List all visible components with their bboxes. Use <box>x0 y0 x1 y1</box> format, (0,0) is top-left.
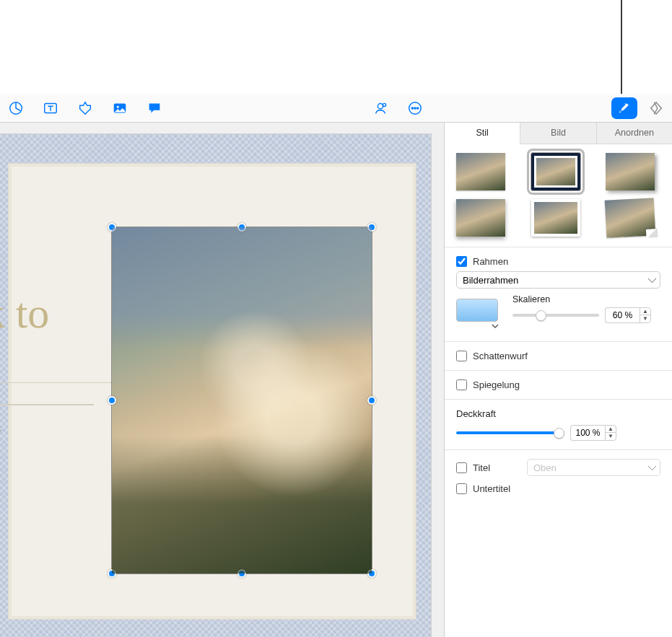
pie-chart-icon[interactable] <box>7 100 25 117</box>
title-checkbox-input[interactable] <box>456 462 467 473</box>
style-preset-grid <box>445 144 672 247</box>
scale-label: Skalieren <box>512 294 660 304</box>
svg-point-4 <box>378 103 383 108</box>
title-checkbox-label: Titel <box>473 462 490 473</box>
tab-arrange[interactable]: Anordnen <box>597 123 672 144</box>
scale-slider[interactable] <box>512 314 599 317</box>
scale-stepper[interactable]: ▲▼ <box>605 307 651 323</box>
shape-icon[interactable] <box>77 100 94 117</box>
placeholder-subheading[interactable]: edit <box>0 404 94 447</box>
border-type-popup[interactable]: Bilderrahmen <box>456 271 660 289</box>
resize-handle-bm[interactable] <box>237 569 246 578</box>
resize-handle-br[interactable] <box>367 569 376 578</box>
opacity-label: Deckkraft <box>456 408 660 419</box>
text-box-icon[interactable] <box>42 100 59 117</box>
slide-canvas[interactable]: ck to edit <box>0 123 445 637</box>
selected-image[interactable] <box>112 227 372 574</box>
svg-point-8 <box>414 107 416 108</box>
border-checkbox-input[interactable] <box>456 256 467 267</box>
subtitle-checkbox[interactable]: Untertitel <box>456 483 510 494</box>
opacity-value-field[interactable] <box>570 425 605 441</box>
scale-value-field[interactable] <box>605 307 640 323</box>
collaborate-icon[interactable] <box>372 100 389 117</box>
tab-image[interactable]: Bild <box>520 123 596 144</box>
subtitle-checkbox-label: Untertitel <box>473 483 510 494</box>
opacity-slider[interactable] <box>456 431 564 434</box>
svg-point-3 <box>117 105 119 107</box>
section-opacity: Deckkraft ▲▼ <box>445 399 672 449</box>
stepper-down[interactable]: ▼ <box>606 433 616 440</box>
toolbar <box>0 94 672 123</box>
stepper-up[interactable]: ▲ <box>640 308 650 315</box>
tab-style[interactable]: Stil <box>445 123 520 144</box>
svg-point-9 <box>417 107 419 108</box>
border-color-well[interactable] <box>456 299 498 322</box>
comment-icon[interactable] <box>146 100 163 117</box>
stepper-up[interactable]: ▲ <box>606 426 616 433</box>
format-icon[interactable] <box>611 97 637 119</box>
svg-point-7 <box>411 107 413 108</box>
inspector-tabs: Stil Bild Anordnen <box>445 123 672 144</box>
style-preset-3[interactable] <box>606 153 655 190</box>
resize-handle-tm[interactable] <box>237 223 246 232</box>
title-checkbox[interactable]: Titel <box>456 462 521 473</box>
reflection-checkbox[interactable]: Spiegelung <box>456 379 660 390</box>
section-shadow: Schattenwurf <box>445 341 672 370</box>
stepper-down[interactable]: ▼ <box>640 315 650 322</box>
animate-icon[interactable] <box>647 100 665 117</box>
reflection-checkbox-input[interactable] <box>456 379 467 390</box>
style-preset-5[interactable] <box>531 199 580 237</box>
section-title: Titel Oben Untertitel <box>445 449 672 503</box>
border-checkbox-label: Rahmen <box>473 256 508 267</box>
style-preset-4[interactable] <box>456 199 505 237</box>
shadow-checkbox-input[interactable] <box>456 351 467 361</box>
subtitle-checkbox-input[interactable] <box>456 483 467 494</box>
shadow-checkbox[interactable]: Schattenwurf <box>456 351 660 361</box>
resize-handle-mr[interactable] <box>367 396 376 405</box>
shadow-checkbox-label: Schattenwurf <box>473 351 528 361</box>
callout-line <box>621 0 622 94</box>
chevron-down-icon[interactable] <box>491 322 499 330</box>
format-inspector: Stil Bild Anordnen Rahmen Bilderrahmen <box>445 123 672 637</box>
resize-handle-tr[interactable] <box>367 223 376 232</box>
style-preset-1[interactable] <box>456 153 505 190</box>
style-preset-6[interactable] <box>605 198 656 237</box>
resize-handle-ml[interactable] <box>108 396 116 405</box>
divider-line <box>0 382 123 383</box>
placeholder-heading[interactable]: ck to <box>0 289 49 338</box>
style-preset-2[interactable] <box>531 153 580 190</box>
resize-handle-bl[interactable] <box>108 569 116 578</box>
more-icon[interactable] <box>406 100 424 117</box>
resize-handle-tl[interactable] <box>108 223 116 232</box>
border-checkbox[interactable]: Rahmen <box>456 256 660 267</box>
section-border: Rahmen Bilderrahmen Skalieren <box>445 247 672 341</box>
reflection-checkbox-label: Spiegelung <box>473 379 520 390</box>
section-reflection: Spiegelung <box>445 370 672 399</box>
title-position-popup: Oben <box>527 459 660 476</box>
media-icon[interactable] <box>111 100 128 117</box>
opacity-stepper[interactable]: ▲▼ <box>570 425 616 441</box>
